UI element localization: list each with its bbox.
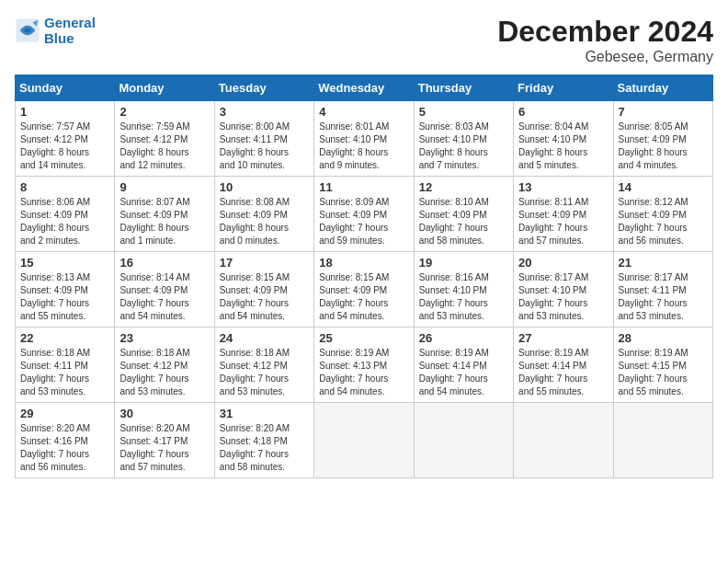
calendar-cell — [314, 403, 414, 478]
calendar-week-3: 15Sunrise: 8:13 AMSunset: 4:09 PMDayligh… — [16, 252, 713, 327]
weekday-header-thursday: Thursday — [414, 75, 513, 101]
weekday-header-tuesday: Tuesday — [214, 75, 313, 101]
calendar-cell: 28Sunrise: 8:19 AMSunset: 4:15 PMDayligh… — [613, 327, 712, 403]
day-number: 9 — [119, 180, 209, 194]
day-info: Sunrise: 8:15 AMSunset: 4:09 PMDaylight:… — [220, 271, 309, 323]
weekday-header-sunday: Sunday — [16, 75, 115, 101]
month-title: December 2024 — [497, 15, 713, 49]
day-number: 18 — [319, 256, 408, 270]
calendar-week-5: 29Sunrise: 8:20 AMSunset: 4:16 PMDayligh… — [16, 403, 713, 478]
day-number: 3 — [220, 105, 309, 119]
calendar-cell — [414, 403, 513, 478]
day-number: 6 — [518, 105, 608, 119]
day-info: Sunrise: 8:19 AMSunset: 4:15 PMDaylight:… — [619, 347, 708, 398]
day-info: Sunrise: 8:08 AMSunset: 4:09 PMDaylight:… — [220, 196, 309, 247]
day-info: Sunrise: 8:18 AMSunset: 4:11 PMDaylight:… — [20, 347, 109, 398]
day-info: Sunrise: 8:20 AMSunset: 4:16 PMDaylight:… — [20, 422, 109, 474]
day-info: Sunrise: 8:19 AMSunset: 4:14 PMDaylight:… — [419, 347, 508, 398]
day-number: 4 — [319, 105, 408, 119]
calendar-cell: 25Sunrise: 8:19 AMSunset: 4:13 PMDayligh… — [314, 327, 414, 403]
weekday-header-wednesday: Wednesday — [314, 75, 414, 101]
day-number: 24 — [220, 331, 309, 345]
calendar-cell: 9Sunrise: 8:07 AMSunset: 4:09 PMDaylight… — [115, 177, 214, 252]
calendar-cell: 17Sunrise: 8:15 AMSunset: 4:09 PMDayligh… — [214, 252, 313, 327]
day-number: 31 — [220, 407, 309, 420]
calendar-cell: 20Sunrise: 8:17 AMSunset: 4:10 PMDayligh… — [514, 252, 613, 327]
calendar-cell: 30Sunrise: 8:20 AMSunset: 4:17 PMDayligh… — [115, 403, 214, 478]
day-info: Sunrise: 8:14 AMSunset: 4:09 PMDaylight:… — [119, 271, 209, 323]
day-info: Sunrise: 8:09 AMSunset: 4:09 PMDaylight:… — [319, 196, 408, 247]
day-info: Sunrise: 7:57 AMSunset: 4:12 PMDaylight:… — [20, 121, 109, 172]
day-number: 27 — [518, 331, 608, 345]
calendar-cell: 10Sunrise: 8:08 AMSunset: 4:09 PMDayligh… — [214, 177, 313, 252]
day-info: Sunrise: 8:07 AMSunset: 4:09 PMDaylight:… — [119, 196, 209, 247]
day-info: Sunrise: 8:12 AMSunset: 4:09 PMDaylight:… — [619, 196, 708, 247]
day-number: 2 — [119, 105, 209, 119]
day-info: Sunrise: 8:11 AMSunset: 4:09 PMDaylight:… — [518, 196, 608, 247]
calendar-week-2: 8Sunrise: 8:06 AMSunset: 4:09 PMDaylight… — [16, 177, 713, 252]
day-number: 16 — [119, 256, 209, 270]
weekday-header-monday: Monday — [115, 75, 214, 101]
day-number: 23 — [119, 331, 209, 345]
day-number: 15 — [20, 256, 109, 270]
calendar-cell — [514, 403, 613, 478]
day-info: Sunrise: 8:05 AMSunset: 4:09 PMDaylight:… — [619, 121, 708, 172]
calendar-table: SundayMondayTuesdayWednesdayThursdayFrid… — [15, 75, 713, 478]
calendar-cell: 31Sunrise: 8:20 AMSunset: 4:18 PMDayligh… — [214, 403, 313, 478]
day-number: 10 — [220, 180, 309, 194]
day-number: 13 — [518, 180, 608, 194]
calendar-week-1: 1Sunrise: 7:57 AMSunset: 4:12 PMDaylight… — [16, 101, 713, 177]
calendar-cell: 4Sunrise: 8:01 AMSunset: 4:10 PMDaylight… — [314, 101, 414, 177]
header: General Blue December 2024 Gebesee, Germ… — [15, 15, 713, 65]
day-number: 29 — [20, 407, 109, 420]
day-info: Sunrise: 8:19 AMSunset: 4:14 PMDaylight:… — [518, 347, 608, 398]
calendar-cell: 3Sunrise: 8:00 AMSunset: 4:11 PMDaylight… — [214, 101, 313, 177]
day-number: 25 — [319, 331, 408, 345]
day-info: Sunrise: 8:17 AMSunset: 4:11 PMDaylight:… — [619, 271, 708, 323]
calendar-cell: 14Sunrise: 8:12 AMSunset: 4:09 PMDayligh… — [613, 177, 712, 252]
day-info: Sunrise: 8:16 AMSunset: 4:10 PMDaylight:… — [419, 271, 508, 323]
day-number: 1 — [20, 105, 109, 119]
day-info: Sunrise: 7:59 AMSunset: 4:12 PMDaylight:… — [119, 121, 209, 172]
day-number: 22 — [20, 331, 109, 345]
logo-text: General Blue — [44, 15, 96, 46]
title-area: December 2024 Gebesee, Germany — [497, 15, 713, 65]
day-info: Sunrise: 8:18 AMSunset: 4:12 PMDaylight:… — [119, 347, 209, 398]
day-number: 12 — [419, 180, 508, 194]
calendar-cell: 24Sunrise: 8:18 AMSunset: 4:12 PMDayligh… — [214, 327, 313, 403]
calendar-week-4: 22Sunrise: 8:18 AMSunset: 4:11 PMDayligh… — [16, 327, 713, 403]
day-number: 19 — [419, 256, 508, 270]
calendar-cell: 18Sunrise: 8:15 AMSunset: 4:09 PMDayligh… — [314, 252, 414, 327]
day-info: Sunrise: 8:15 AMSunset: 4:09 PMDaylight:… — [319, 271, 408, 323]
calendar-cell: 6Sunrise: 8:04 AMSunset: 4:10 PMDaylight… — [514, 101, 613, 177]
day-number: 11 — [319, 180, 408, 194]
calendar-cell: 19Sunrise: 8:16 AMSunset: 4:10 PMDayligh… — [414, 252, 513, 327]
day-info: Sunrise: 8:06 AMSunset: 4:09 PMDaylight:… — [20, 196, 109, 247]
day-number: 28 — [619, 331, 708, 345]
calendar-cell: 2Sunrise: 7:59 AMSunset: 4:12 PMDaylight… — [115, 101, 214, 177]
day-number: 17 — [220, 256, 309, 270]
calendar-cell: 16Sunrise: 8:14 AMSunset: 4:09 PMDayligh… — [115, 252, 214, 327]
day-number: 20 — [518, 256, 608, 270]
calendar-cell: 26Sunrise: 8:19 AMSunset: 4:14 PMDayligh… — [414, 327, 513, 403]
calendar-cell: 5Sunrise: 8:03 AMSunset: 4:10 PMDaylight… — [414, 101, 513, 177]
day-number: 5 — [419, 105, 508, 119]
calendar-cell — [613, 403, 712, 478]
calendar-cell: 12Sunrise: 8:10 AMSunset: 4:09 PMDayligh… — [414, 177, 513, 252]
calendar-cell: 22Sunrise: 8:18 AMSunset: 4:11 PMDayligh… — [16, 327, 115, 403]
calendar-cell: 1Sunrise: 7:57 AMSunset: 4:12 PMDaylight… — [16, 101, 115, 177]
day-info: Sunrise: 8:04 AMSunset: 4:10 PMDaylight:… — [518, 121, 608, 172]
day-info: Sunrise: 8:01 AMSunset: 4:10 PMDaylight:… — [319, 121, 408, 172]
calendar-cell: 8Sunrise: 8:06 AMSunset: 4:09 PMDaylight… — [16, 177, 115, 252]
calendar-cell: 7Sunrise: 8:05 AMSunset: 4:09 PMDaylight… — [613, 101, 712, 177]
weekday-header-friday: Friday — [514, 75, 613, 101]
day-info: Sunrise: 8:18 AMSunset: 4:12 PMDaylight:… — [220, 347, 309, 398]
day-number: 30 — [119, 407, 209, 420]
weekday-header-saturday: Saturday — [613, 75, 712, 101]
weekday-header-row: SundayMondayTuesdayWednesdayThursdayFrid… — [16, 75, 713, 101]
calendar-cell: 11Sunrise: 8:09 AMSunset: 4:09 PMDayligh… — [314, 177, 414, 252]
day-info: Sunrise: 8:03 AMSunset: 4:10 PMDaylight:… — [419, 121, 508, 172]
location-title: Gebesee, Germany — [497, 49, 713, 65]
day-info: Sunrise: 8:20 AMSunset: 4:18 PMDaylight:… — [220, 422, 309, 474]
day-info: Sunrise: 8:00 AMSunset: 4:11 PMDaylight:… — [220, 121, 309, 172]
